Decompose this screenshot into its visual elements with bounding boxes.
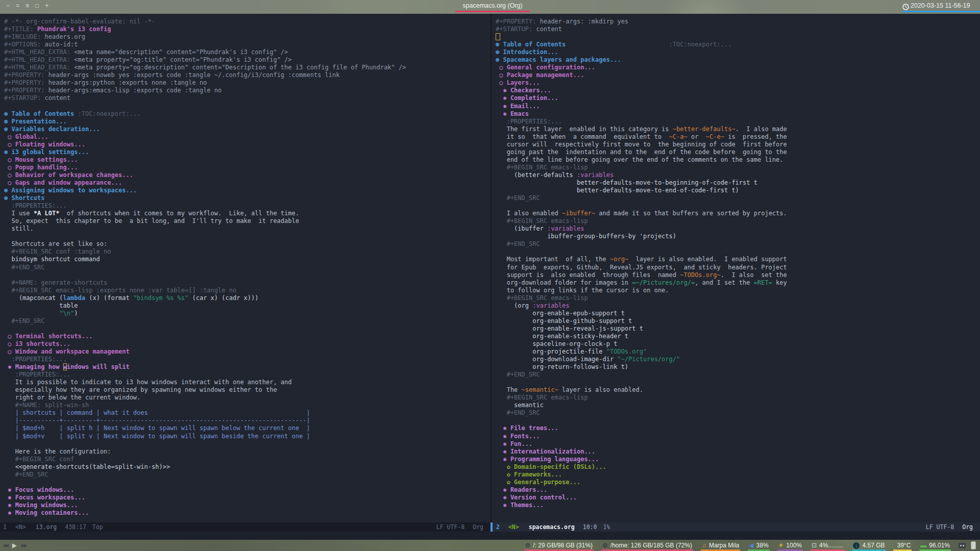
previous-track-button[interactable]: ◀◀ <box>3 543 8 548</box>
buffer-line: ✱ Completion... <box>496 94 787 102</box>
buffer-line: table <box>4 302 406 310</box>
text-segment: right or below the current window. <box>4 394 140 401</box>
text-segment: ⊛ i3 global settings... <box>4 148 89 156</box>
buffer-line: org-enable-sticky-header t <box>496 333 787 340</box>
buffer-line: org-enable-github-support t <box>496 317 787 325</box>
brightness-block[interactable]: ☀100% <box>778 540 802 551</box>
text-segment: The <box>496 386 522 393</box>
buffer-line: #+STARTUP: content <box>496 26 787 33</box>
text-segment: cursor will respectively first move to t… <box>496 141 787 148</box>
disk-home-block[interactable]: ⚙/home: 126 GB/185 GB (72%) <box>602 540 693 551</box>
text-segment: #+PROPERTY: <box>4 79 48 86</box>
text-segment: (x) (format <box>85 294 133 302</box>
music-block[interactable]: ♫Marpa Mila <box>701 540 740 551</box>
buffer-line: ○ Floating windows... <box>4 141 406 148</box>
text-segment: ~C-e~ <box>706 133 724 140</box>
text-segment: ✱ Programming languages... <box>496 456 599 463</box>
echo-area <box>0 532 980 540</box>
text-segment: header-args: :mkdirp yes <box>540 18 628 25</box>
buffer-line: #+BEGIN_SRC emacs-lisp <box>496 394 787 402</box>
buffer-line: So, expect this chapter to be a bit long… <box>4 217 406 225</box>
buffer-line: #+END_SRC <box>4 317 406 325</box>
buffer-line: #+END_SRC <box>496 409 787 417</box>
buffer-line: semantic <box>496 402 787 409</box>
text-segment: #+END_SRC <box>4 264 44 271</box>
text-segment: org-download-image-dir <box>496 356 617 363</box>
evil-state: <N> <box>15 523 26 531</box>
buffer-pane-spacemacs-org[interactable]: #+PROPERTY: header-args: :mkdirp yes#+ST… <box>492 14 980 522</box>
temperature-block[interactable]: 39°C <box>894 540 911 551</box>
text-segment: |-----------+---------+-----------------… <box>4 417 310 424</box>
layout-icon-0[interactable]: − <box>6 2 10 9</box>
layout-icon-1[interactable]: = <box>16 2 19 9</box>
buffer-line: #+BEGIN_SRC emacs-lisp <box>496 217 787 225</box>
text-segment: (car x) (cadr x))) <box>188 294 258 302</box>
layout-icon-2[interactable]: ≡ <box>26 2 29 9</box>
buffer-line <box>496 33 787 41</box>
buffer-line <box>4 233 406 240</box>
buffer-line: ✱ Internationalization... <box>496 448 787 456</box>
text-segment: lambda <box>63 294 85 302</box>
buffer-line: ⊛ Variables declaration... <box>4 126 406 133</box>
battery-block[interactable]: ▬96.01% <box>920 540 950 551</box>
buffer-line: it so that when a command equivalent to … <box>496 133 787 141</box>
text-segment: and made it so that buffers are sorted b… <box>595 210 787 217</box>
layout-icon-4[interactable]: + <box>45 2 48 9</box>
buffer-line: especially how they are organized by spa… <box>4 386 406 394</box>
buffer-line: end of the line before going over the en… <box>496 156 787 164</box>
buffer-line: #+END_SRC <box>4 264 406 271</box>
cpu-block[interactable]: ⊡4%......... <box>811 540 844 551</box>
buffer-line: ✱ File trees... <box>496 424 787 432</box>
text-segment: :PROPERTIES:... <box>4 356 67 363</box>
window-title-tab[interactable]: spacemacs.org (Org) <box>455 0 530 14</box>
buffer-line: ○ Popup handling... <box>4 164 406 171</box>
i3-titlebar: −=≡□+ spacemacs.org (Org) 2020-03-15 11-… <box>0 0 980 14</box>
buffer-line: ○ Global... <box>4 133 406 141</box>
buffer-line <box>4 325 406 333</box>
phone-tray-icon[interactable] <box>971 541 976 549</box>
text-segment: ✿ General-purpose... <box>496 479 580 486</box>
major-mode: Org <box>962 523 973 531</box>
play-button[interactable]: ▶ <box>12 542 17 549</box>
text-segment: ~semantic~ <box>522 386 558 393</box>
buffer-line: Most important of all, the ~org~ layer i… <box>496 256 787 263</box>
buffer-line: ⊛ i3 global settings... <box>4 148 406 156</box>
buffer-line <box>4 479 406 486</box>
network-download-block[interactable]: ↓4.57 GB <box>852 540 885 551</box>
chat-tray-icon[interactable] <box>959 543 966 548</box>
buffer-line: ○ Mouse settings... <box>4 156 406 164</box>
text-segment: :PROPERTIES:... <box>496 118 562 125</box>
disk-root-block[interactable]: ⚙/: 29 GB/98 GB (31%) <box>525 540 593 551</box>
text-segment: ⊛ Table of Contents <box>496 41 566 48</box>
layout-icon-3[interactable]: □ <box>35 2 39 9</box>
buffer-line: ○ Package management... <box>496 71 787 79</box>
buffer-line: ✱ Version control... <box>496 494 787 502</box>
buffer-line: "\n") <box>4 310 406 317</box>
text-segment: #+END_SRC <box>4 317 44 324</box>
text-segment: :variables <box>532 302 569 309</box>
text-segment: :variables <box>547 225 584 232</box>
buffer-line: going past the indentation and to the en… <box>496 148 787 156</box>
buffer-line <box>4 440 406 448</box>
text-segment: #+END_SRC <box>496 240 540 247</box>
buffer-line: #+HTML_HEAD_EXTRA: <meta name="descripti… <box>4 48 406 56</box>
text-segment: end of the line before going over the en… <box>496 156 783 163</box>
buffer-line: ✱ Email... <box>496 103 787 110</box>
volume-block[interactable]: ◀38% <box>748 540 769 551</box>
text-segment: ✱ Email... <box>496 103 540 110</box>
gear-icon: ⚙ <box>602 542 608 548</box>
buffer-line: #+HTML_HEAD_EXTRA: <meta property="og:de… <box>4 64 406 71</box>
next-track-button[interactable]: ▶▶ <box>21 543 27 548</box>
text-segment: . I also set the <box>721 271 787 279</box>
emacs-frame: # -*- org-confirm-babel-evaluate: nil -*… <box>0 14 980 540</box>
text-segment: ○ Mouse settings... <box>4 156 78 163</box>
buffer-line: support is also enabled through files na… <box>496 271 787 279</box>
text-segment: Shortcuts are set like so: <box>4 240 107 247</box>
buffer-line: #+PROPERTY: header-args:python :exports … <box>4 79 406 87</box>
buffer-line <box>496 417 787 424</box>
buffer-line: org-enable-reveal-js-support t <box>496 325 787 333</box>
text-segment: . I also made <box>736 126 787 133</box>
buffer-line: #+END_SRC <box>496 240 787 248</box>
buffer-pane-i3-org[interactable]: # -*- org-confirm-babel-evaluate: nil -*… <box>0 14 492 522</box>
buffer-line: #+END_SRC <box>496 371 787 379</box>
